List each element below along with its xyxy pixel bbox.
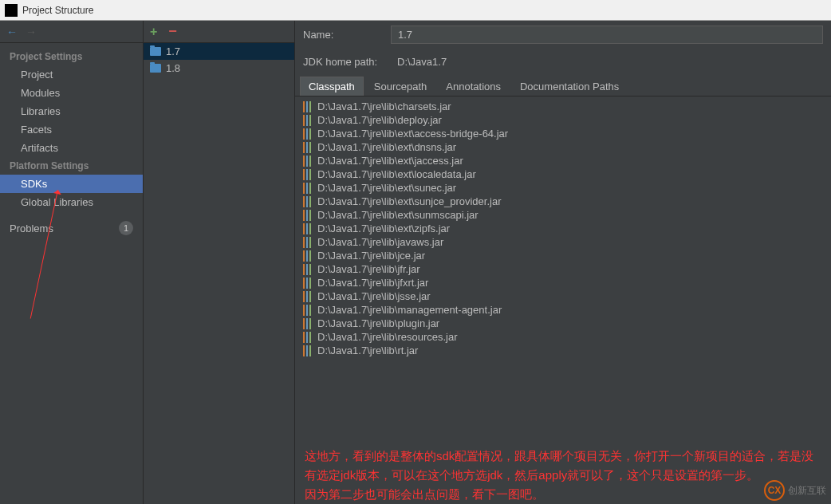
sidebar-item-artifacts[interactable]: Artifacts: [0, 139, 143, 157]
classpath-entry[interactable]: D:\Java1.7\jre\lib\ext\zipfs.jar: [295, 222, 831, 235]
tab-annotations[interactable]: Annotations: [437, 77, 510, 96]
classpath-path: D:\Java1.7\jre\lib\plugin.jar: [317, 317, 439, 329]
classpath-entry[interactable]: D:\Java1.7\jre\lib\ext\sunec.jar: [295, 181, 831, 195]
left-panel: ← → Project Settings Project Modules Lib…: [0, 21, 144, 504]
classpath-path: D:\Java1.7\jre\lib\management-agent.jar: [317, 304, 502, 316]
sidebar-item-libraries[interactable]: Libraries: [0, 102, 143, 120]
sdk-list: 1.71.8: [144, 43, 294, 77]
jar-icon: [303, 318, 313, 329]
jar-icon: [303, 183, 313, 194]
jar-icon: [303, 250, 313, 262]
jar-icon: [303, 196, 313, 207]
window-title: Project Structure: [22, 5, 93, 16]
classpath-entry[interactable]: D:\Java1.7\jre\lib\ext\localedata.jar: [295, 167, 831, 181]
classpath-entry[interactable]: D:\Java1.7\jre\lib\jfxrt.jar: [295, 276, 831, 289]
jar-icon: [303, 291, 313, 302]
tab-classpath[interactable]: Classpath: [300, 77, 364, 96]
classpath-list[interactable]: D:\Java1.7\jre\lib\charsets.jarD:\Java1.…: [295, 96, 831, 439]
classpath-entry[interactable]: D:\Java1.7\jre\lib\jce.jar: [295, 249, 831, 262]
folder-icon: [150, 64, 161, 73]
sdk-item[interactable]: 1.7: [144, 43, 294, 60]
sidebar-item-facets[interactable]: Facets: [0, 120, 143, 139]
classpath-path: D:\Java1.7\jre\lib\ext\access-bridge-64.…: [317, 128, 508, 140]
watermark-text: 创新互联: [788, 484, 826, 498]
folder-icon: [150, 47, 161, 56]
classpath-entry[interactable]: D:\Java1.7\jre\lib\ext\sunjce_provider.j…: [295, 195, 831, 208]
add-sdk-icon[interactable]: +: [150, 25, 157, 39]
classpath-path: D:\Java1.7\jre\lib\ext\sunmscapi.jar: [317, 209, 479, 221]
annotation-line2: 因为第二步也可能会出点问题，看下一图吧。: [305, 485, 821, 504]
remove-sdk-icon[interactable]: −: [168, 23, 177, 40]
classpath-path: D:\Java1.7\jre\lib\jfxrt.jar: [317, 277, 428, 289]
sdk-item[interactable]: 1.8: [144, 60, 294, 77]
jar-icon: [303, 345, 313, 356]
watermark-logo: CX: [764, 480, 785, 501]
name-label: Name:: [303, 29, 383, 41]
classpath-path: D:\Java1.7\jre\lib\ext\localedata.jar: [317, 168, 476, 180]
classpath-entry[interactable]: D:\Java1.7\jre\lib\charsets.jar: [295, 100, 831, 113]
classpath-entry[interactable]: D:\Java1.7\jre\lib\ext\jaccess.jar: [295, 154, 831, 167]
classpath-path: D:\Java1.7\jre\lib\javaws.jar: [317, 236, 443, 248]
jar-icon: [303, 128, 313, 140]
classpath-path: D:\Java1.7\jre\lib\ext\sunjce_provider.j…: [317, 195, 502, 207]
classpath-path: D:\Java1.7\jre\lib\resources.jar: [317, 331, 458, 343]
classpath-entry[interactable]: D:\Java1.7\jre\lib\javaws.jar: [295, 235, 831, 249]
sdk-label: 1.8: [166, 62, 180, 74]
classpath-path: D:\Java1.7\jre\lib\charsets.jar: [317, 100, 451, 112]
jar-icon: [303, 305, 313, 316]
classpath-path: D:\Java1.7\jre\lib\deploy.jar: [317, 114, 442, 126]
tab-documentation-paths[interactable]: Documentation Paths: [511, 77, 628, 96]
sidebar-item-problems[interactable]: Problems 1: [0, 218, 143, 238]
classpath-entry[interactable]: D:\Java1.7\jre\lib\plugin.jar: [295, 317, 831, 330]
jar-icon: [303, 332, 313, 343]
problems-count-badge: 1: [119, 221, 133, 235]
classpath-entry[interactable]: D:\Java1.7\jre\lib\deploy.jar: [295, 113, 831, 127]
jar-icon: [303, 115, 313, 126]
jar-icon: [303, 142, 313, 153]
tabs-row: ClasspathSourcepathAnnotationsDocumentat…: [295, 75, 831, 96]
classpath-path: D:\Java1.7\jre\lib\jfr.jar: [317, 263, 420, 275]
classpath-entry[interactable]: D:\Java1.7\jre\lib\jsse.jar: [295, 289, 831, 303]
classpath-entry[interactable]: D:\Java1.7\jre\lib\rt.jar: [295, 344, 831, 357]
classpath-path: D:\Java1.7\jre\lib\jce.jar: [317, 250, 425, 262]
classpath-path: D:\Java1.7\jre\lib\ext\sunec.jar: [317, 182, 456, 194]
classpath-entry[interactable]: D:\Java1.7\jre\lib\resources.jar: [295, 330, 831, 344]
jar-icon: [303, 237, 313, 248]
annotation-text: 这地方，看到的是整体的sdk配置情况，跟具体哪个项目无关，你打开一个新项目的适合…: [295, 439, 831, 504]
classpath-entry[interactable]: D:\Java1.7\jre\lib\ext\dnsns.jar: [295, 140, 831, 154]
nav-bar: ← →: [0, 21, 143, 43]
classpath-entry[interactable]: D:\Java1.7\jre\lib\jfr.jar: [295, 262, 831, 276]
jar-icon: [303, 210, 313, 221]
jar-icon: [303, 223, 313, 234]
sdk-toolbar: + −: [144, 21, 294, 43]
classpath-path: D:\Java1.7\jre\lib\jsse.jar: [317, 290, 431, 302]
tab-sourcepath[interactable]: Sourcepath: [365, 77, 436, 96]
classpath-path: D:\Java1.7\jre\lib\rt.jar: [317, 345, 418, 356]
project-settings-header: Project Settings: [0, 48, 143, 65]
classpath-entry[interactable]: D:\Java1.7\jre\lib\ext\sunmscapi.jar: [295, 208, 831, 222]
jar-icon: [303, 278, 313, 289]
jar-icon: [303, 101, 313, 112]
jar-icon: [303, 169, 313, 180]
classpath-path: D:\Java1.7\jre\lib\ext\dnsns.jar: [317, 141, 456, 153]
sdk-label: 1.7: [166, 45, 180, 57]
jar-icon: [303, 264, 313, 275]
platform-settings-header: Platform Settings: [0, 157, 143, 175]
sidebar-item-project[interactable]: Project: [0, 65, 143, 84]
classpath-entry[interactable]: D:\Java1.7\jre\lib\management-agent.jar: [295, 303, 831, 317]
classpath-path: D:\Java1.7\jre\lib\ext\jaccess.jar: [317, 155, 463, 167]
jdk-home-label: JDK home path:: [303, 56, 383, 68]
forward-arrow-icon[interactable]: →: [26, 26, 37, 38]
problems-label: Problems: [10, 222, 53, 234]
sidebar-item-global-libraries[interactable]: Global Libraries: [0, 193, 143, 211]
app-icon: [5, 4, 18, 17]
classpath-path: D:\Java1.7\jre\lib\ext\zipfs.jar: [317, 222, 450, 234]
back-arrow-icon[interactable]: ←: [6, 26, 18, 38]
name-input[interactable]: [391, 26, 823, 44]
watermark: CX 创新互联: [764, 480, 826, 501]
sidebar-item-sdks[interactable]: SDKs: [0, 175, 143, 193]
classpath-entry[interactable]: D:\Java1.7\jre\lib\ext\access-bridge-64.…: [295, 127, 831, 140]
middle-panel: + − 1.71.8: [144, 21, 295, 504]
sidebar-item-modules[interactable]: Modules: [0, 84, 143, 102]
jar-icon: [303, 156, 313, 167]
